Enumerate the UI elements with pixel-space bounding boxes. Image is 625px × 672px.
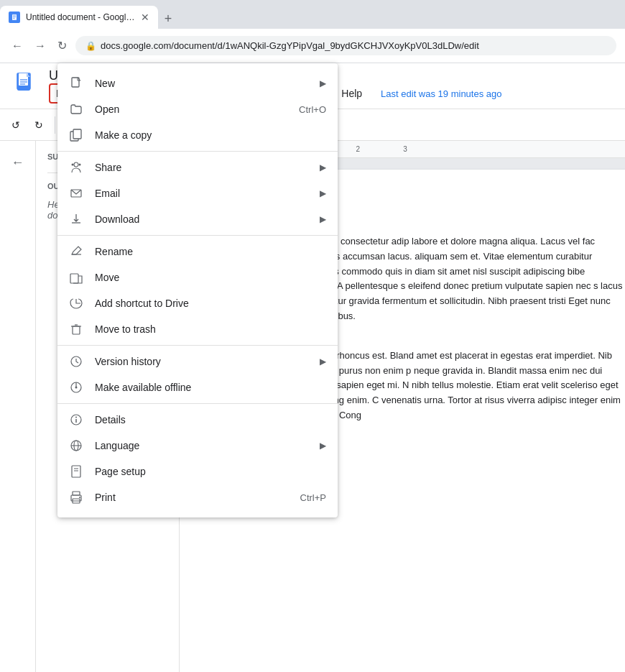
menu-item-trash-label: Move to trash [95, 323, 326, 335]
left-sidebar: ← [0, 141, 36, 672]
menu-item-move-label: Move [95, 272, 326, 283]
menu-item-share[interactable]: Share ▶ [57, 155, 338, 180]
menu-section-3: Rename Move Add shortcut to Drive Move t… [57, 236, 338, 346]
folder-open-icon [69, 102, 83, 116]
copy-icon [69, 128, 83, 142]
svg-rect-36 [73, 492, 80, 495]
app-logo-icon [11, 72, 40, 101]
menu-item-download[interactable]: Download ▶ [57, 206, 338, 232]
menu-help[interactable]: Help [334, 83, 369, 103]
menu-item-version-history[interactable]: Version history ▶ [57, 349, 338, 374]
menu-item-language[interactable]: Language ▶ [57, 433, 338, 459]
menu-item-trash[interactable]: Move to trash [57, 316, 338, 342]
svg-point-14 [74, 162, 78, 167]
tab-favicon [9, 11, 20, 23]
menu-item-page-setup-label: Page setup [95, 466, 326, 477]
tab-bar: Untitled document - Google Doc... ✕ + [0, 0, 625, 29]
menu-item-offline[interactable]: Make available offline [57, 374, 338, 400]
svg-rect-13 [73, 129, 81, 139]
print-icon [69, 490, 83, 505]
reload-button[interactable]: ↻ [55, 36, 70, 55]
menu-item-make-copy-label: Make a copy [95, 129, 326, 141]
menu-item-print-label: Print [95, 492, 289, 503]
menu-item-email-label: Email [95, 188, 308, 199]
dropdown-menu-container: New ▶ Open Ctrl+O Make a copy [57, 63, 338, 517]
tab-title: Untitled document - Google Doc... [26, 12, 135, 22]
menu-item-open[interactable]: Open Ctrl+O [57, 96, 338, 122]
share-arrow-icon: ▶ [320, 162, 326, 172]
redo-button[interactable]: ↻ [29, 116, 49, 134]
menu-item-details[interactable]: Details [57, 407, 338, 433]
address-bar: ← → ↻ 🔒 docs.google.com/document/d/1wANQ… [0, 29, 625, 63]
new-arrow-icon: ▶ [320, 78, 326, 88]
url-text: docs.google.com/document/d/1wANQkil-GzgY… [101, 40, 479, 51]
info-icon [69, 413, 83, 427]
globe-icon [69, 438, 83, 453]
sidebar-back-button[interactable]: ← [5, 149, 31, 175]
svg-rect-19 [70, 274, 78, 283]
menu-item-new[interactable]: New ▶ [57, 70, 338, 96]
version-history-arrow-icon: ▶ [320, 356, 326, 367]
svg-point-16 [72, 164, 74, 166]
svg-rect-20 [73, 326, 80, 334]
svg-point-29 [75, 417, 77, 418]
new-tab-button[interactable]: + [158, 9, 178, 29]
forward-button[interactable]: → [32, 37, 49, 55]
menu-item-add-shortcut-label: Add shortcut to Drive [95, 298, 326, 309]
language-arrow-icon: ▶ [320, 441, 326, 451]
menu-item-new-label: New [95, 78, 308, 89]
share-icon [69, 160, 83, 175]
menu-section-5: Details Language ▶ Page setup Print [57, 404, 338, 513]
page-icon [69, 76, 83, 91]
email-icon [69, 186, 83, 201]
menu-item-offline-label: Make available offline [95, 382, 326, 393]
menu-item-add-shortcut[interactable]: Add shortcut to Drive [57, 290, 338, 316]
trash-icon [69, 322, 83, 336]
menu-item-language-label: Language [95, 440, 308, 451]
toolbar-separator-1 [55, 116, 55, 134]
lock-icon: 🔒 [85, 41, 96, 51]
menu-item-open-label: Open [95, 103, 287, 115]
menu-item-download-label: Download [95, 213, 308, 225]
menu-section-1: New ▶ Open Ctrl+O Make a copy [57, 68, 338, 152]
menu-section-4: Version history ▶ Make available offline [57, 346, 338, 404]
offline-icon [69, 380, 83, 395]
menu-item-rename[interactable]: Rename [57, 239, 338, 264]
menu-item-print[interactable]: Print Ctrl+P [57, 484, 338, 510]
active-tab[interactable]: Untitled document - Google Doc... ✕ [0, 6, 158, 29]
shortcut-icon [69, 296, 83, 310]
pagesetup-icon [69, 464, 83, 479]
menu-item-version-history-label: Version history [95, 356, 308, 367]
download-icon [69, 212, 83, 226]
download-arrow-icon: ▶ [320, 214, 326, 224]
last-edit-label: Last edit was 19 minutes ago [381, 88, 501, 99]
menu-item-make-copy[interactable]: Make a copy [57, 122, 338, 148]
menu-item-move[interactable]: Move [57, 264, 338, 290]
url-box[interactable]: 🔒 docs.google.com/document/d/1wANQkil-Gz… [75, 36, 616, 55]
print-shortcut: Ctrl+P [300, 492, 326, 503]
svg-point-15 [79, 164, 81, 166]
history-icon [69, 354, 83, 369]
open-shortcut: Ctrl+O [299, 104, 326, 115]
file-dropdown-menu: New ▶ Open Ctrl+O Make a copy [57, 63, 338, 517]
back-button[interactable]: ← [9, 37, 26, 55]
svg-point-39 [79, 497, 80, 498]
menu-section-2: Share ▶ Email ▶ Download ▶ [57, 152, 338, 236]
svg-point-26 [75, 387, 78, 389]
browser-chrome: Untitled document - Google Doc... ✕ + ← … [0, 0, 625, 63]
move-icon [69, 270, 83, 285]
menu-item-rename-label: Rename [95, 246, 326, 257]
menu-item-email[interactable]: Email ▶ [57, 180, 338, 206]
tab-close-button[interactable]: ✕ [141, 12, 149, 22]
pencil-icon [69, 244, 83, 259]
menu-item-share-label: Share [95, 162, 308, 173]
menu-item-details-label: Details [95, 414, 326, 425]
undo-button[interactable]: ↺ [6, 116, 26, 134]
email-arrow-icon: ▶ [320, 188, 326, 198]
svg-rect-33 [72, 466, 80, 477]
menu-item-page-setup[interactable]: Page setup [57, 459, 338, 484]
